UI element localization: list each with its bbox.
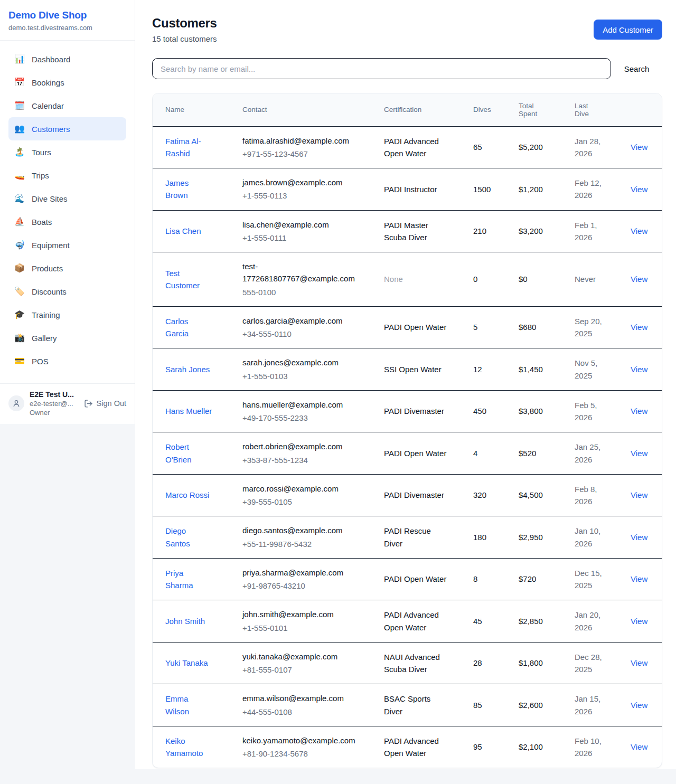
sidebar-item-discounts[interactable]: 🏷️ Discounts xyxy=(8,280,126,303)
user-email: e2e-tester@... xyxy=(30,400,79,408)
customer-name-link[interactable]: Marco Rossi xyxy=(165,489,209,501)
customer-email: keiko.yamamoto@example.com xyxy=(242,734,359,747)
customer-total-spent: $3,200 xyxy=(519,210,575,252)
customer-name-link[interactable]: Emma Wilson xyxy=(165,693,213,717)
customer-total-spent: $2,850 xyxy=(519,600,575,643)
sidebar-item-label: Dashboard xyxy=(32,55,70,64)
customer-name-link[interactable]: Sarah Jones xyxy=(165,363,210,375)
view-link[interactable]: View xyxy=(631,407,647,415)
customer-name-link[interactable]: James Brown xyxy=(165,177,213,202)
customer-certification: NAUI Advanced Scuba Diver xyxy=(384,651,449,676)
customer-name-link[interactable]: Carlos Garcia xyxy=(165,315,213,340)
view-link[interactable]: View xyxy=(631,449,647,458)
customer-name-link[interactable]: John Smith xyxy=(165,615,205,627)
customer-email: priya.sharma@example.com xyxy=(242,566,359,579)
view-link[interactable]: View xyxy=(631,323,647,332)
customer-certification: PADI Open Water xyxy=(384,321,446,333)
view-link[interactable]: View xyxy=(631,533,647,542)
customer-name-link[interactable]: Diego Santos xyxy=(165,525,213,550)
search-row: Search xyxy=(152,58,662,79)
view-link[interactable]: View xyxy=(631,143,647,152)
customer-certification: PADI Advanced Open Water xyxy=(384,735,449,760)
shop-domain: demo.test.divestreams.com xyxy=(8,24,126,32)
dive-sites-icon: 🌊 xyxy=(14,194,25,203)
table-row: Diego Santos diego.santos@example.com +5… xyxy=(153,516,662,559)
search-input[interactable] xyxy=(152,58,611,79)
view-link[interactable]: View xyxy=(631,365,647,374)
customer-last-dive: Feb 1, 2026 xyxy=(575,219,614,244)
column-header-dives: Dives xyxy=(473,93,519,126)
customer-email: emma.wilson@example.com xyxy=(242,692,359,704)
sidebar-item-equipment[interactable]: 🤿 Equipment xyxy=(8,233,126,257)
customer-phone: +81-90-1234-5678 xyxy=(242,748,375,760)
search-button[interactable]: Search xyxy=(611,64,662,74)
customer-certification: PADI Open Water xyxy=(384,447,446,459)
customer-name-link[interactable]: Keiko Yamamoto xyxy=(165,735,213,760)
calendar-icon: 🗓️ xyxy=(14,101,25,110)
customer-name-link[interactable]: Lisa Chen xyxy=(165,225,201,237)
customer-last-dive: Never xyxy=(575,273,596,285)
view-link[interactable]: View xyxy=(631,658,647,667)
customer-phone: +34-555-0110 xyxy=(242,328,375,340)
table-row: Hans Mueller hans.mueller@example.com +4… xyxy=(153,390,662,432)
view-link[interactable]: View xyxy=(631,574,647,583)
sidebar-item-label: Training xyxy=(32,310,60,319)
sign-out-button[interactable]: Sign Out xyxy=(84,399,126,408)
customer-last-dive: Feb 8, 2026 xyxy=(575,483,614,508)
customer-dives: 28 xyxy=(473,642,519,684)
view-link[interactable]: View xyxy=(631,490,647,499)
sidebar-user-section: E2E Test U... e2e-tester@... Owner Sign … xyxy=(0,383,135,424)
sidebar-item-dashboard[interactable]: 📊 Dashboard xyxy=(8,48,126,71)
customer-email: carlos.garcia@example.com xyxy=(242,315,359,327)
view-link[interactable]: View xyxy=(631,185,647,194)
sidebar-header: Demo Dive Shop demo.test.divestreams.com xyxy=(0,0,135,41)
sidebar-item-label: Gallery xyxy=(32,334,57,343)
customer-phone: +1-555-0101 xyxy=(242,622,375,634)
sidebar-item-calendar[interactable]: 🗓️ Calendar xyxy=(8,94,126,117)
customer-email: marco.rossi@example.com xyxy=(242,483,359,495)
tours-icon: 🏝️ xyxy=(14,148,25,156)
sidebar-item-gallery[interactable]: 📸 Gallery xyxy=(8,326,126,350)
customer-name-link[interactable]: Yuki Tanaka xyxy=(165,657,208,669)
sidebar-item-products[interactable]: 📦 Products xyxy=(8,257,126,280)
customer-phone: 555-0100 xyxy=(242,286,375,298)
table-header-row: NameContactCertificationDivesTotal Spent… xyxy=(153,93,662,126)
customer-certification: PADI Instructor xyxy=(384,183,437,195)
column-header-name: Name xyxy=(153,93,242,126)
table-row: Sarah Jones sarah.jones@example.com +1-5… xyxy=(153,348,662,391)
customer-name-link[interactable]: Fatima Al-Rashid xyxy=(165,135,213,160)
view-link[interactable]: View xyxy=(631,701,647,710)
sidebar-item-trips[interactable]: 🚤 Trips xyxy=(8,164,126,187)
sidebar-item-bookings[interactable]: 📅 Bookings xyxy=(8,71,126,94)
customer-name-link[interactable]: Hans Mueller xyxy=(165,405,212,417)
column-header-total-spent: Total Spent xyxy=(519,93,575,126)
view-link[interactable]: View xyxy=(631,226,647,235)
add-customer-button[interactable]: Add Customer xyxy=(594,20,662,40)
customer-total-spent: $720 xyxy=(519,558,575,600)
customers-table-card: NameContactCertificationDivesTotal Spent… xyxy=(152,93,662,768)
sidebar-item-boats[interactable]: ⛵ Boats xyxy=(8,210,126,233)
sidebar-item-training[interactable]: 🎓 Training xyxy=(8,303,126,326)
customer-dives: 1500 xyxy=(473,168,519,211)
customer-dives: 180 xyxy=(473,516,519,559)
customer-certification: PADI Rescue Diver xyxy=(384,525,449,550)
view-link[interactable]: View xyxy=(631,617,647,626)
customer-name-link[interactable]: Priya Sharma xyxy=(165,567,213,592)
app-root: Demo Dive Shop demo.test.divestreams.com… xyxy=(0,0,676,769)
customer-phone: +55-11-99876-5432 xyxy=(242,538,375,550)
sidebar-item-pos[interactable]: 💳 POS xyxy=(8,350,126,373)
customer-name-link[interactable]: Test Customer xyxy=(165,267,213,292)
customer-last-dive: Nov 5, 2025 xyxy=(575,357,614,382)
view-link[interactable]: View xyxy=(631,742,647,751)
view-link[interactable]: View xyxy=(631,275,647,284)
sidebar-item-dive-sites[interactable]: 🌊 Dive Sites xyxy=(8,187,126,210)
customer-last-dive: Feb 5, 2026 xyxy=(575,399,614,424)
customer-name-link[interactable]: Robert O'Brien xyxy=(165,441,213,466)
sidebar-item-customers[interactable]: 👥 Customers xyxy=(8,117,126,140)
customer-phone: +49-170-555-2233 xyxy=(242,412,375,424)
sidebar-item-tours[interactable]: 🏝️ Tours xyxy=(8,140,126,164)
customer-total-spent: $5,200 xyxy=(519,126,575,168)
discounts-icon: 🏷️ xyxy=(14,287,25,296)
customer-total-spent: $3,800 xyxy=(519,390,575,432)
customer-last-dive: Sep 20, 2025 xyxy=(575,315,614,340)
